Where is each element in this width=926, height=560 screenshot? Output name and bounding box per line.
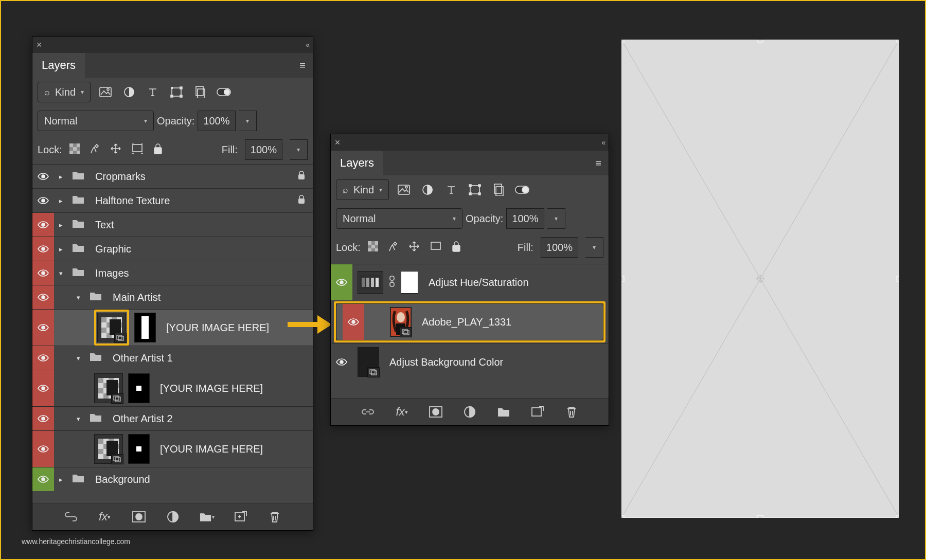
layer-name[interactable]: Main Artist <box>113 292 161 303</box>
opacity-value[interactable]: 100% <box>198 111 235 131</box>
lock-all-icon[interactable] <box>153 143 163 156</box>
lock-icon[interactable] <box>297 171 306 182</box>
layer-row[interactable]: ▸Text <box>32 212 313 237</box>
visibility-toggle[interactable] <box>32 189 54 212</box>
blend-mode-select[interactable]: Normal ▾ <box>336 208 462 229</box>
new-layer-icon[interactable] <box>530 404 545 420</box>
layer-name[interactable]: Text <box>95 219 114 231</box>
visibility-toggle[interactable] <box>32 467 54 491</box>
chevron-right-icon[interactable]: ▸ <box>59 197 66 205</box>
fill-dropdown[interactable]: ▾ <box>290 139 308 160</box>
group-icon[interactable]: ▾ <box>199 509 215 525</box>
layer-name[interactable]: [YOUR IMAGE HERE] <box>160 383 263 394</box>
filter-shape-icon[interactable] <box>168 83 185 101</box>
layer-name[interactable]: Adjust Hue/Saturation <box>429 277 529 288</box>
layer-thumbnail[interactable] <box>94 434 123 464</box>
new-layer-icon[interactable] <box>233 509 248 525</box>
placed-image[interactable] <box>643 109 864 482</box>
mask-icon[interactable] <box>428 404 443 420</box>
link-icon[interactable] <box>388 276 396 289</box>
filter-toggle-icon[interactable] <box>513 181 531 198</box>
panel-menu-icon[interactable]: ≡ <box>292 60 313 71</box>
panel-menu-icon[interactable]: ≡ <box>588 157 609 169</box>
chevron-right-icon[interactable]: ▸ <box>59 173 66 180</box>
layer-thumbnail[interactable] <box>358 347 379 377</box>
layer-row[interactable]: ▾Other Artist 2 <box>32 406 313 430</box>
layer-name[interactable]: Images <box>95 267 129 279</box>
lock-icon[interactable] <box>297 195 306 206</box>
filter-pixel-icon[interactable] <box>395 181 413 198</box>
chevron-down-icon[interactable]: ▾ <box>77 294 84 301</box>
lock-image-icon[interactable] <box>89 143 100 156</box>
mask-icon[interactable] <box>131 509 147 525</box>
fill-value[interactable]: 100% <box>245 139 282 160</box>
chevron-right-icon[interactable]: ▸ <box>59 245 66 253</box>
layer-name[interactable]: Other Artist 2 <box>113 413 173 425</box>
opacity-dropdown[interactable]: ▾ <box>547 208 565 229</box>
layer-name[interactable]: Adjust Background Color <box>389 356 503 368</box>
layer-row[interactable]: [YOUR IMAGE HERE] <box>32 370 313 406</box>
filter-adjustment-icon[interactable] <box>419 181 436 198</box>
layer-row[interactable]: ▾Images <box>32 261 313 285</box>
adjustment-thumbnail[interactable] <box>358 271 383 294</box>
lock-artboard-icon[interactable] <box>430 241 442 254</box>
filter-kind-select[interactable]: ⌕ Kind ▾ <box>336 179 389 200</box>
chevron-down-icon[interactable]: ▾ <box>59 269 66 277</box>
panel1-titlebar[interactable]: × « <box>32 37 313 53</box>
layer-name[interactable]: [YOUR IMAGE HERE] <box>160 443 263 455</box>
layer-row[interactable]: ▸Background <box>32 467 313 491</box>
lock-position-icon[interactable] <box>110 142 122 157</box>
visibility-toggle[interactable] <box>32 407 54 430</box>
layer-name[interactable]: Background <box>95 474 150 485</box>
filter-shape-icon[interactable] <box>466 181 484 198</box>
lock-all-icon[interactable] <box>451 241 461 254</box>
filter-kind-select[interactable]: ⌕ Kind ▾ <box>38 82 91 102</box>
layer-mask-thumbnail[interactable] <box>128 434 150 464</box>
chevron-down-icon[interactable]: ▾ <box>77 415 84 423</box>
fill-value[interactable]: 100% <box>541 237 578 258</box>
layer-thumbnail[interactable] <box>94 373 123 403</box>
tab-layers[interactable]: Layers <box>331 151 383 175</box>
tab-layers[interactable]: Layers <box>32 53 85 78</box>
layer-name[interactable]: [YOUR IMAGE HERE] <box>166 322 269 334</box>
delete-icon[interactable] <box>564 404 579 420</box>
chevron-down-icon[interactable]: ▾ <box>77 354 84 362</box>
visibility-toggle[interactable] <box>331 344 352 380</box>
layer-row[interactable]: ▾Other Artist 1 <box>32 346 313 370</box>
visibility-toggle[interactable] <box>32 285 54 309</box>
lock-transparency-icon[interactable] <box>368 241 378 254</box>
fx-icon[interactable]: fx▾ <box>394 404 409 420</box>
layer-thumbnail[interactable] <box>97 313 126 342</box>
layer-name[interactable]: Halftone Texture <box>95 195 170 207</box>
layer-row[interactable]: Adjust Hue/Saturation <box>331 264 609 300</box>
opacity-value[interactable]: 100% <box>506 208 544 229</box>
visibility-toggle[interactable] <box>32 165 54 188</box>
link-layers-icon[interactable] <box>360 404 376 420</box>
collapse-icon[interactable]: « <box>596 138 609 147</box>
layer-row[interactable]: ▾Main Artist <box>32 285 313 309</box>
layer-name[interactable]: Other Artist 1 <box>113 352 173 364</box>
filter-type-icon[interactable] <box>144 83 162 101</box>
lock-position-icon[interactable] <box>408 240 420 255</box>
layer-mask-thumbnail[interactable] <box>401 271 418 294</box>
layer-row[interactable]: Adjust Background Color <box>331 344 609 380</box>
adjustment-icon[interactable] <box>462 404 477 420</box>
layer-mask-thumbnail[interactable] <box>128 373 150 403</box>
close-icon[interactable]: × <box>331 137 344 148</box>
filter-pixel-icon[interactable] <box>97 83 114 101</box>
visibility-toggle[interactable] <box>32 346 54 370</box>
panel2-titlebar[interactable]: × « <box>331 134 609 151</box>
visibility-toggle[interactable] <box>331 264 352 300</box>
chevron-right-icon[interactable]: ▸ <box>59 221 66 229</box>
filter-type-icon[interactable] <box>442 181 460 198</box>
blend-mode-select[interactable]: Normal ▾ <box>38 111 154 131</box>
lock-transparency-icon[interactable] <box>69 143 80 156</box>
filter-toggle-icon[interactable] <box>215 83 233 101</box>
layer-row[interactable]: [YOUR IMAGE HERE] <box>32 309 313 346</box>
layer-row[interactable]: [YOUR IMAGE HERE] <box>32 430 313 467</box>
visibility-toggle[interactable] <box>343 304 364 340</box>
close-icon[interactable]: × <box>32 40 46 50</box>
visibility-toggle[interactable] <box>32 431 54 467</box>
opacity-dropdown[interactable]: ▾ <box>239 111 257 131</box>
visibility-toggle[interactable] <box>32 261 54 285</box>
